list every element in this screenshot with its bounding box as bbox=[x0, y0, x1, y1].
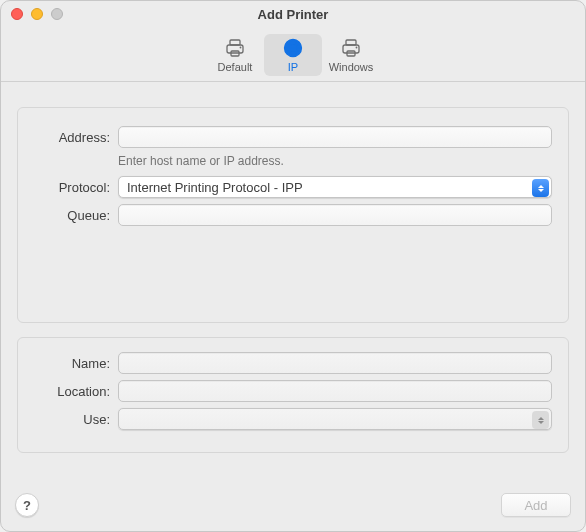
address-hint: Enter host name or IP address. bbox=[118, 154, 552, 168]
queue-row: Queue: bbox=[34, 204, 552, 226]
details-pane: Name: Location: Use: bbox=[17, 337, 569, 453]
protocol-row: Protocol: Internet Printing Protocol - I… bbox=[34, 176, 552, 198]
chevron-updown-icon bbox=[532, 411, 549, 429]
tab-windows[interactable]: Windows bbox=[322, 34, 380, 76]
address-label: Address: bbox=[34, 130, 118, 145]
add-button-label: Add bbox=[524, 498, 547, 513]
help-icon: ? bbox=[23, 498, 31, 513]
name-row: Name: bbox=[34, 352, 552, 374]
tab-ip-label: IP bbox=[288, 61, 298, 73]
svg-rect-1 bbox=[227, 45, 243, 53]
queue-label: Queue: bbox=[34, 208, 118, 223]
location-label: Location: bbox=[34, 384, 118, 399]
footer: ? Add bbox=[1, 483, 585, 531]
help-button[interactable]: ? bbox=[15, 493, 39, 517]
chevron-updown-icon bbox=[532, 179, 549, 197]
protocol-select[interactable]: Internet Printing Protocol - IPP bbox=[118, 176, 552, 198]
printer-advanced-icon bbox=[339, 37, 363, 59]
minimize-button[interactable] bbox=[31, 8, 43, 20]
toolbar-tabs: Default IP bbox=[206, 34, 380, 76]
tab-default-label: Default bbox=[218, 61, 253, 73]
globe-icon bbox=[281, 37, 305, 59]
add-printer-window: Add Printer Default bbox=[0, 0, 586, 532]
printer-icon bbox=[223, 37, 247, 59]
address-row: Address: bbox=[34, 126, 552, 148]
zoom-button-disabled bbox=[51, 8, 63, 20]
name-input[interactable] bbox=[118, 352, 552, 374]
svg-rect-0 bbox=[230, 40, 240, 45]
location-input[interactable] bbox=[118, 380, 552, 402]
tab-windows-label: Windows bbox=[329, 61, 374, 73]
toolbar: Default IP bbox=[1, 27, 585, 82]
traffic-lights bbox=[11, 8, 63, 20]
connection-pane: Address: Enter host name or IP address. … bbox=[17, 107, 569, 323]
content-area: Address: Enter host name or IP address. … bbox=[1, 82, 585, 483]
tab-ip[interactable]: IP bbox=[264, 34, 322, 76]
add-button: Add bbox=[501, 493, 571, 517]
protocol-label: Protocol: bbox=[34, 180, 118, 195]
close-button[interactable] bbox=[11, 8, 23, 20]
queue-input[interactable] bbox=[118, 204, 552, 226]
tab-default[interactable]: Default bbox=[206, 34, 264, 76]
titlebar: Add Printer bbox=[1, 1, 585, 27]
protocol-value: Internet Printing Protocol - IPP bbox=[127, 180, 303, 195]
svg-point-3 bbox=[240, 47, 242, 49]
use-row: Use: bbox=[34, 408, 552, 430]
name-label: Name: bbox=[34, 356, 118, 371]
window-title: Add Printer bbox=[258, 7, 329, 22]
svg-rect-8 bbox=[343, 45, 359, 53]
location-row: Location: bbox=[34, 380, 552, 402]
address-input[interactable] bbox=[118, 126, 552, 148]
svg-rect-7 bbox=[346, 40, 356, 45]
svg-point-10 bbox=[356, 47, 358, 49]
use-label: Use: bbox=[34, 412, 118, 427]
use-select[interactable] bbox=[118, 408, 552, 430]
